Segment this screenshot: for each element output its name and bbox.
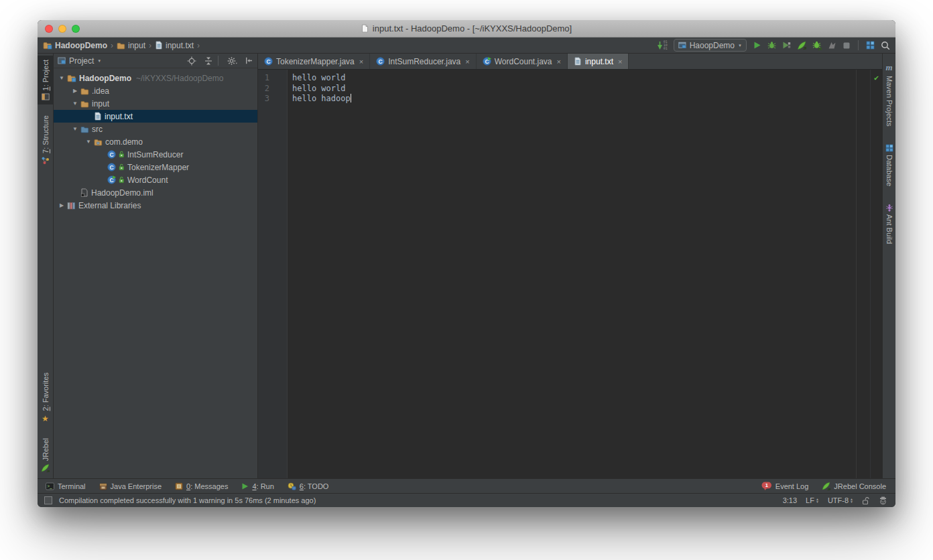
tree-row-idea[interactable]: ▶ .idea	[54, 84, 257, 97]
project-tree: ▼ HadoopDemo ~/iKYXXS/HadoopDemo ▶ .idea	[54, 68, 257, 478]
folder-icon	[117, 42, 125, 50]
expand-arrow-icon[interactable]: ▼	[70, 100, 80, 107]
tree-row-external-libraries[interactable]: ▶ External Libraries	[54, 199, 257, 212]
breadcrumb-folder[interactable]: input	[117, 41, 145, 50]
gear-icon[interactable]	[227, 56, 237, 66]
toolbar-java-enterprise[interactable]: Java Enterprise	[99, 482, 162, 490]
tree-row-src[interactable]: ▼ src	[54, 123, 257, 135]
tab-input-txt[interactable]: input.txt ×	[568, 54, 629, 69]
zoom-window-button[interactable]	[72, 25, 80, 33]
close-window-button[interactable]	[45, 25, 53, 33]
close-icon[interactable]: ×	[359, 58, 363, 66]
tool-stripe-ant[interactable]: Ant Build	[883, 200, 895, 248]
locate-file-icon[interactable]	[187, 56, 196, 66]
jrebel-debug-button[interactable]: JR	[812, 39, 822, 52]
jrebel-icon: JR	[822, 482, 830, 490]
tree-row-hadoopdemo[interactable]: ▼ HadoopDemo ~/iKYXXS/HadoopDemo	[54, 72, 257, 84]
editor-area: C TokenizerMapper.java × C IntSumReducer…	[258, 54, 882, 478]
toolbar-messages[interactable]: 0: Messages	[175, 482, 228, 490]
toolbar-todo[interactable]: 6: TODO	[288, 482, 329, 490]
profiler-button[interactable]	[828, 39, 836, 52]
hide-panel-icon[interactable]	[245, 56, 253, 65]
toolwindows-grid-icon[interactable]	[866, 39, 875, 52]
class-icon: C	[376, 57, 385, 66]
tree-label: .idea	[92, 86, 109, 96]
star-icon: ★	[42, 414, 49, 423]
tool-stripe-label: 1: Project	[42, 60, 50, 90]
breadcrumb-project[interactable]: HadoopDemo	[43, 41, 107, 50]
tab-intsumreducer[interactable]: C IntSumReducer.java ×	[370, 54, 477, 69]
tool-stripe-maven[interactable]: m Maven Projects	[883, 58, 895, 131]
run-with-coverage-button[interactable]	[782, 39, 791, 52]
encoding-selector[interactable]: UTF-8 ▲▼	[828, 496, 853, 504]
search-everywhere-icon[interactable]	[881, 39, 890, 52]
toolbar-event-log[interactable]: 1 Event Log	[761, 482, 809, 491]
editor-gutter: 1 2 3	[258, 70, 288, 478]
project-folder-icon	[67, 74, 76, 82]
toolbar-run[interactable]: 4: Run	[241, 482, 273, 490]
right-tool-stripe: m Maven Projects Database Ant Build	[882, 54, 895, 478]
project-tool-icon	[42, 93, 50, 100]
breadcrumb-file[interactable]: input.txt	[155, 41, 194, 50]
tree-row-iml[interactable]: HadoopDemo.iml	[54, 186, 257, 199]
update-project-icon[interactable]: 011001	[657, 39, 668, 52]
collapse-arrow-icon[interactable]: ▶	[56, 202, 67, 208]
svg-text:JR: JR	[818, 47, 822, 50]
inspection-stripe[interactable]: ✔	[870, 70, 882, 478]
hector-inspector-icon[interactable]	[879, 496, 887, 505]
debug-button[interactable]	[767, 39, 776, 52]
tool-stripe-label: Maven Projects	[885, 76, 893, 127]
tree-row-tokenizermapper[interactable]: C TokenizerMapper	[54, 161, 257, 173]
collapse-all-icon[interactable]	[204, 56, 213, 66]
toolbar-separator	[218, 56, 219, 66]
chevron-icon: ›	[149, 41, 151, 50]
navigation-bar: HadoopDemo › input › input.txt › 01100	[38, 38, 895, 54]
tree-row-wordcount[interactable]: C WordCount	[54, 173, 257, 186]
tool-stripe-jrebel[interactable]: JRebel JR	[38, 434, 53, 476]
public-badge-icon	[119, 163, 125, 171]
inspections-ok-icon: ✔	[874, 73, 879, 84]
line-separator-selector[interactable]: LF ▲▼	[806, 496, 819, 504]
bottom-tool-bar: >_ Terminal Java Enterprise 0: Messages	[38, 478, 895, 493]
jrebel-run-button[interactable]: JR	[797, 39, 806, 52]
run-configuration-selector[interactable]: HaoopDemo ▼	[674, 39, 747, 52]
expand-arrow-icon[interactable]: ▼	[83, 139, 94, 145]
panel-title[interactable]: Project	[69, 56, 94, 66]
status-message: Compilation completed successfully with …	[59, 496, 316, 504]
expand-arrow-icon[interactable]: ▼	[70, 126, 80, 132]
run-button[interactable]	[753, 39, 761, 52]
collapse-arrow-icon[interactable]: ▶	[70, 88, 80, 94]
toolwindow-toggle-icon[interactable]	[44, 496, 52, 504]
project-panel-header: Project ▼	[54, 54, 257, 68]
unlock-icon[interactable]	[862, 496, 870, 505]
tool-stripe-structure[interactable]: 7: Structure	[38, 111, 53, 169]
toolbar-terminal[interactable]: >_ Terminal	[46, 482, 86, 490]
tool-stripe-database[interactable]: Database	[883, 140, 895, 190]
tree-label: input	[92, 99, 109, 109]
close-icon[interactable]: ×	[465, 58, 469, 66]
project-tool-window: Project ▼	[54, 54, 258, 478]
tool-stripe-project[interactable]: 1: Project	[38, 56, 53, 104]
tree-row-com-demo[interactable]: ▼ com.demo	[54, 135, 257, 148]
close-icon[interactable]: ×	[618, 58, 622, 66]
tree-row-intsumreducer[interactable]: C IntSumReducer	[54, 148, 257, 161]
editor-text-area[interactable]: hello world hello world hello hadoop	[288, 70, 882, 478]
chevron-down-icon[interactable]: ▼	[97, 59, 101, 63]
svg-text:C: C	[266, 58, 270, 65]
module-file-icon	[80, 188, 88, 197]
toolbar-jrebel-console[interactable]: JR JRebel Console	[822, 482, 886, 490]
tool-stripe-favorites[interactable]: 2: Favorites ★	[38, 368, 53, 427]
tab-wordcount[interactable]: C WordCount.java ×	[477, 54, 568, 69]
libraries-icon	[67, 202, 76, 210]
caret-position[interactable]: 3:13	[783, 496, 797, 504]
tree-row-input-txt[interactable]: input.txt	[54, 110, 257, 123]
stop-button[interactable]	[843, 39, 851, 52]
minimize-window-button[interactable]	[58, 25, 66, 33]
toolbar-separator	[858, 40, 859, 50]
expand-arrow-icon[interactable]: ▼	[56, 75, 67, 81]
tab-tokenizermapper[interactable]: C TokenizerMapper.java ×	[258, 54, 370, 69]
svg-text:JR: JR	[47, 470, 50, 472]
close-icon[interactable]: ×	[557, 58, 561, 66]
tree-row-input[interactable]: ▼ input	[54, 97, 257, 110]
terminal-icon: >_	[46, 482, 54, 490]
